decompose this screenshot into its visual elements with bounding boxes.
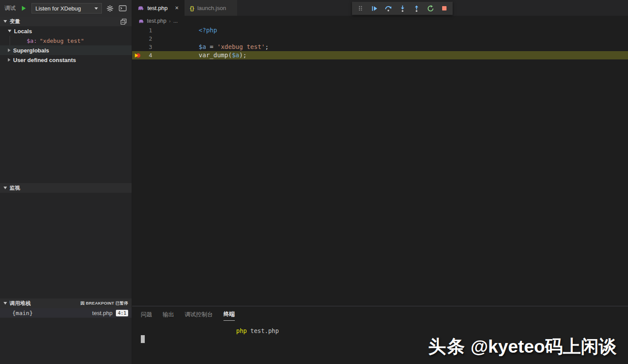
code-line-4-current[interactable]: 4 var_dump($a); [132, 51, 628, 59]
step-out-icon [413, 5, 420, 12]
variables-section-header[interactable]: 变量 [0, 17, 132, 26]
scope-superglobals[interactable]: Superglobals [0, 45, 132, 55]
code-token: ; [243, 52, 246, 59]
stop-icon [441, 5, 448, 12]
tab-problems[interactable]: 问题 [141, 308, 152, 321]
php-elephant-icon [137, 4, 144, 11]
variable-name: $a: [27, 38, 37, 44]
debug-view-label: 调试 [4, 4, 16, 12]
code-token: var_dump [199, 52, 228, 59]
gear-icon [106, 5, 114, 12]
variables-tree: Locals $a: "xdebug test" Superglobals Us… [0, 26, 132, 183]
configure-button[interactable] [105, 3, 115, 13]
editor-group: test.php × {} launch.json test.php › ...… [132, 0, 628, 364]
breadcrumb-separator: › [169, 18, 171, 24]
continue-button[interactable] [369, 3, 380, 14]
chevron-expanded-icon [3, 302, 7, 305]
collapse-all-button[interactable] [119, 17, 128, 26]
chevron-expanded-icon [8, 30, 11, 32]
debug-controls-toolbar [352, 2, 453, 15]
frame-name: {main} [12, 310, 33, 316]
frame-position-badge: 4:1 [116, 310, 128, 316]
breadcrumb[interactable]: test.php › ... [132, 16, 628, 26]
breadcrumb-file[interactable]: test.php [147, 18, 166, 24]
code-token: <?php [199, 27, 217, 34]
breadcrumb-more[interactable]: ... [173, 18, 178, 24]
watermark-handle: @kyeteo码上闲谈 [466, 336, 617, 357]
line-number: 4 [143, 51, 152, 59]
json-braces-icon: {} [190, 5, 194, 11]
step-into-icon [399, 5, 406, 12]
scope-locals[interactable]: Locals [0, 26, 132, 36]
tab-label: launch.json [197, 5, 226, 11]
debug-sidebar: 调试 Listen for XDebug [0, 0, 132, 364]
current-breakpoint-icon [134, 52, 141, 59]
frame-file: test.php [92, 310, 112, 316]
scope-user-defined-constants[interactable]: User defined constants [0, 55, 132, 65]
watermark-brand: 头条 [428, 336, 466, 357]
panel-tab-bar: 问题 输出 调试控制台 终端 [132, 306, 628, 322]
tab-launch-json[interactable]: {} launch.json [185, 0, 237, 16]
terminal-command-args: test.php [247, 327, 279, 334]
code-line-1[interactable]: 1 <?php [132, 26, 628, 35]
start-debug-icon [21, 5, 27, 11]
variable-value: "xdebug test" [39, 38, 84, 44]
step-over-icon [384, 5, 392, 12]
code-editor[interactable]: 1 <?php 2 3 $a = 'xdebug test'; [132, 26, 628, 306]
terminal-cursor [141, 335, 145, 343]
scope-label: Locals [14, 28, 32, 35]
restart-button[interactable] [425, 3, 436, 14]
scope-label: Superglobals [13, 47, 49, 54]
variables-section-title: 变量 [10, 18, 20, 25]
restart-icon [427, 5, 434, 12]
debug-console-icon [119, 5, 127, 12]
breakpoint-gutter[interactable] [132, 52, 143, 59]
scope-label: User defined constants [13, 57, 76, 63]
line-number: 1 [143, 26, 152, 35]
code-token: ( [228, 52, 232, 59]
chevron-down-icon [94, 7, 98, 10]
call-stack-section-title: 调用堆栈 [10, 300, 31, 307]
step-over-button[interactable] [383, 3, 394, 14]
close-icon[interactable]: × [175, 4, 178, 11]
stop-button[interactable] [439, 3, 450, 14]
call-stack-section-header[interactable]: 调用堆栈 因 BREAKPOINT 已暂停 [0, 298, 132, 308]
watermark: 头条 @kyeteo码上闲谈 [428, 335, 617, 359]
php-elephant-icon [138, 18, 144, 24]
tab-test-php[interactable]: test.php × [132, 0, 185, 16]
collapse-all-icon [120, 18, 127, 25]
tab-label: test.php [147, 5, 167, 11]
toolbar-drag-handle[interactable] [355, 3, 366, 14]
debug-launch-bar: 调试 Listen for XDebug [0, 0, 132, 17]
tab-output[interactable]: 输出 [163, 308, 174, 321]
debug-config-dropdown[interactable]: Listen for XDebug [31, 3, 102, 14]
vscode-window: 调试 Listen for XDebug [0, 0, 628, 364]
terminal-command-line: php test.php [236, 327, 279, 334]
paused-on-breakpoint-status: 因 BREAKPOINT 已暂停 [80, 301, 128, 306]
chevron-collapsed-icon [8, 58, 10, 62]
call-stack-empty-area [0, 318, 132, 364]
open-debug-console-button[interactable] [118, 3, 127, 13]
watch-section-header[interactable]: 监视 [0, 183, 132, 193]
chevron-expanded-icon [3, 187, 7, 189]
step-into-button[interactable] [397, 3, 408, 14]
line-number: 3 [143, 43, 152, 51]
line-number: 2 [143, 35, 152, 43]
call-stack-frame[interactable]: {main} test.php 4:1 [0, 308, 132, 318]
start-debug-button[interactable] [19, 3, 28, 13]
debug-config-name: Listen for XDebug [35, 5, 81, 12]
drag-handle-icon [358, 5, 363, 12]
tab-terminal[interactable]: 终端 [223, 308, 235, 321]
chevron-expanded-icon [3, 20, 7, 23]
code-token: ; [265, 43, 269, 50]
step-out-button[interactable] [411, 3, 422, 14]
tab-debug-console[interactable]: 调试控制台 [185, 308, 213, 321]
terminal-command-program: php [236, 327, 247, 334]
watch-section-title: 监视 [10, 184, 20, 192]
variable-row[interactable]: $a: "xdebug test" [10, 36, 132, 45]
continue-icon [371, 5, 378, 12]
chevron-collapsed-icon [8, 49, 10, 52]
watch-body [0, 193, 132, 298]
code-token: $a [232, 52, 239, 59]
